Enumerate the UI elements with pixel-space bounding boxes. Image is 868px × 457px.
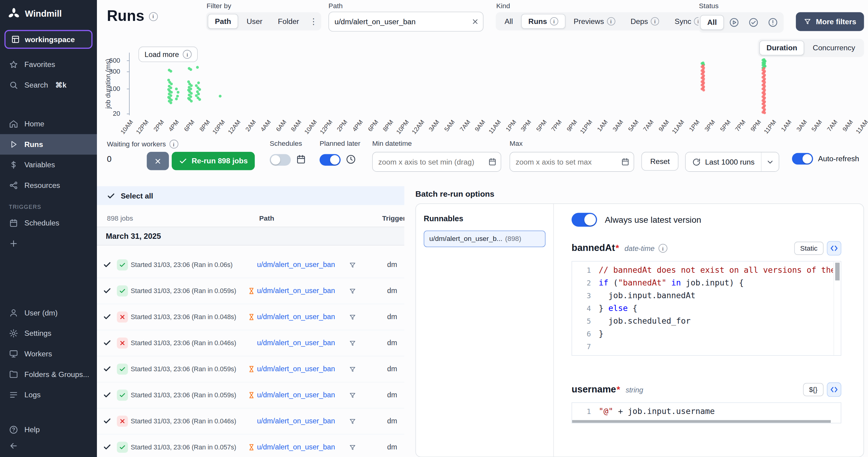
chart-point-success[interactable] <box>189 68 192 71</box>
chart-point-success[interactable] <box>175 97 178 100</box>
chart-point-success[interactable] <box>197 82 200 85</box>
clear-input-icon[interactable] <box>471 18 479 26</box>
chart-point-success[interactable] <box>170 83 173 85</box>
editor-hscrollbar-thumb[interactable] <box>572 420 831 423</box>
max-datetime-input[interactable] <box>509 152 634 172</box>
run-row[interactable]: Started 31/03, 23:06 (Ran in 0.046s)u/dm… <box>97 330 404 356</box>
select-all-checkbox[interactable] <box>107 192 115 200</box>
chart-point-success[interactable] <box>198 98 201 101</box>
static-mode-button[interactable]: Static <box>794 241 824 255</box>
run-path-link[interactable]: u/dm/alert_on_user_ban <box>257 443 335 451</box>
latest-version-toggle[interactable] <box>571 213 597 227</box>
calendar-icon[interactable] <box>621 157 630 166</box>
rerun-jobs-button[interactable]: Re-run 898 jobs <box>172 152 255 170</box>
calendar-icon[interactable] <box>488 157 497 166</box>
username-code-editor[interactable]: 1"@" + job.input.username <box>571 402 841 423</box>
status-all[interactable]: All <box>700 15 724 30</box>
scrollbar-thumb[interactable] <box>835 263 840 281</box>
kind-runs[interactable]: Runs <box>521 14 565 29</box>
path-filter-input[interactable] <box>328 11 484 31</box>
code-toggle-icon[interactable] <box>827 382 841 397</box>
run-path-link[interactable]: u/dm/alert_on_user_ban <box>257 391 335 399</box>
reset-button[interactable]: Reset <box>642 152 679 171</box>
filter-by-path-icon[interactable] <box>349 392 356 399</box>
chart-point-success[interactable] <box>196 66 199 69</box>
run-path-link[interactable]: u/dm/alert_on_user_ban <box>257 312 335 321</box>
filter-more-menu-icon[interactable] <box>307 15 319 27</box>
chart-point-success[interactable] <box>177 91 179 94</box>
chart-point-success[interactable] <box>176 94 179 97</box>
chart-plot-area[interactable] <box>129 53 865 115</box>
run-row[interactable]: Started 31/03, 23:06 (Ran in 0.059s)u/dm… <box>97 278 404 304</box>
run-path-link[interactable]: u/dm/alert_on_user_ban <box>257 260 335 268</box>
sidebar-item-home[interactable]: Home <box>0 114 97 134</box>
status-running-icon[interactable] <box>725 14 743 31</box>
kind-previews[interactable]: Previews <box>566 14 622 29</box>
row-checkbox[interactable] <box>103 260 111 268</box>
sidebar-item-folders-groups[interactable]: Folders & Groups... <box>0 364 97 384</box>
run-row[interactable]: Started 31/03, 23:06 (Ran in 0.059s)u/dm… <box>97 356 404 382</box>
chart-point-failure[interactable] <box>702 89 705 91</box>
editor-scrollbar[interactable] <box>834 261 841 355</box>
filter-by-path-icon[interactable] <box>349 261 356 269</box>
code-toggle-icon[interactable] <box>827 241 841 255</box>
chart-point-success[interactable] <box>169 102 172 104</box>
chart-point-success[interactable] <box>175 88 178 91</box>
sidebar-item-workers[interactable]: Workers <box>0 344 97 364</box>
sidebar-item-favorites[interactable]: Favorites <box>0 54 97 75</box>
run-path-link[interactable]: u/dm/alert_on_user_ban <box>257 417 335 425</box>
bannedAt-code-editor[interactable]: 1// bannedAt does not exist on all versi… <box>571 261 841 356</box>
workspace-selector[interactable]: workingspace <box>4 30 93 49</box>
schedules-toggle[interactable] <box>270 154 291 166</box>
sidebar-item-help[interactable]: Help <box>0 420 97 440</box>
clear-selection-button[interactable] <box>147 152 169 170</box>
filter-by-folder[interactable]: Folder <box>271 14 307 29</box>
row-checkbox[interactable] <box>103 365 111 373</box>
run-row[interactable]: Started 31/03, 23:06 (Ran in 0.059s)u/dm… <box>97 382 404 408</box>
sidebar-item-resources[interactable]: Resources <box>0 175 97 196</box>
filter-by-path-icon[interactable] <box>349 418 356 425</box>
template-mode-button[interactable]: ${} <box>803 383 824 396</box>
planned-later-toggle[interactable] <box>319 154 340 166</box>
chart-point-success[interactable] <box>197 92 200 95</box>
run-row[interactable]: Started 31/03, 23:06 (Ran in 0.048s)u/dm… <box>97 304 404 330</box>
last-runs-button[interactable]: Last 1000 runs <box>686 152 761 171</box>
filter-by-user[interactable]: User <box>239 14 270 29</box>
sidebar-item-runs[interactable]: Runs <box>0 134 97 155</box>
kind-deps[interactable]: Deps <box>623 14 666 29</box>
sidebar-add-trigger-button[interactable] <box>0 233 97 254</box>
run-path-link[interactable]: u/dm/alert_on_user_ban <box>257 339 335 347</box>
sidebar-item-variables[interactable]: Variables <box>0 154 97 175</box>
row-checkbox[interactable] <box>103 312 111 321</box>
run-row[interactable]: Started 31/03, 23:06 (Ran in 0.057s)u/dm… <box>97 435 404 457</box>
row-checkbox[interactable] <box>103 339 111 347</box>
filter-by-path-icon[interactable] <box>349 340 356 347</box>
chart-point-success[interactable] <box>190 100 193 103</box>
sidebar-item-search[interactable]: Search ⌘k <box>0 75 97 95</box>
sidebar-item-logs[interactable]: Logs <box>0 384 97 405</box>
sidebar-item-schedules[interactable]: Schedules <box>0 213 97 233</box>
row-checkbox[interactable] <box>103 417 111 425</box>
min-datetime-input[interactable] <box>372 152 501 172</box>
status-success-icon[interactable] <box>744 14 763 31</box>
filter-by-path-icon[interactable] <box>349 366 356 373</box>
kind-all[interactable]: All <box>497 14 520 29</box>
status-failure-icon[interactable] <box>764 14 782 31</box>
filter-by-path[interactable]: Path <box>208 14 238 29</box>
filter-by-path-icon[interactable] <box>349 288 356 295</box>
chart-point-success[interactable] <box>169 70 172 73</box>
sidebar-item-settings[interactable]: Settings <box>0 323 97 344</box>
select-all-bar[interactable]: Select all <box>97 186 404 205</box>
row-checkbox[interactable] <box>103 391 111 399</box>
info-icon[interactable] <box>658 244 667 253</box>
auto-refresh-toggle[interactable] <box>792 153 813 165</box>
run-row[interactable]: Started 31/03, 23:06 (Ran in 0.046s)u/dm… <box>97 408 404 435</box>
chart-point-success[interactable] <box>219 94 221 97</box>
last-runs-dropdown[interactable] <box>761 152 779 171</box>
run-row[interactable]: Started 31/03, 23:06 (Ran in 0.06s)u/dm/… <box>97 252 404 278</box>
sidebar-collapse-button[interactable] <box>0 440 97 457</box>
runnable-item[interactable]: u/dm/alert_on_user_b... (898) <box>424 231 546 247</box>
more-filters-button[interactable]: More filters <box>796 12 864 31</box>
row-checkbox[interactable] <box>103 443 111 451</box>
sidebar-item-user[interactable]: User (dm) <box>0 303 97 323</box>
